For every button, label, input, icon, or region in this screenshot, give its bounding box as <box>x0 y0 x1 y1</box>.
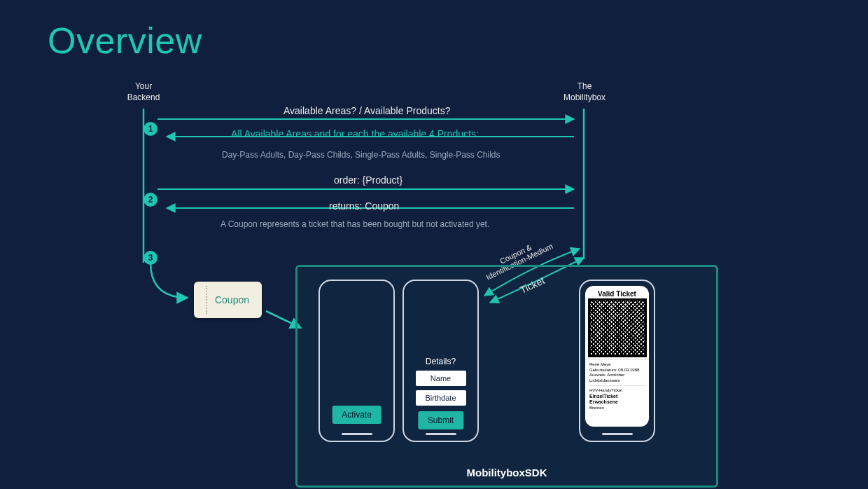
actor-right-label: The Mobilitybox <box>553 81 616 103</box>
step-badge-1: 1 <box>144 122 158 136</box>
phone-activate: Activate <box>318 280 395 442</box>
ticket-product-line: HVV-HandyTicket <box>589 385 645 394</box>
ticket-aux: Ausweis: Amtlicher Lichtbildausweis <box>589 373 645 383</box>
name-field[interactable]: Name <box>416 371 466 386</box>
page-title: Overview <box>48 20 202 62</box>
actor-left-label: Your Backend <box>119 81 168 103</box>
msg-available-a: All Available Areas and for each the ava… <box>231 128 479 139</box>
ticket-holder-name: René Meye <box>589 362 645 368</box>
msg-available-sub: Day-Pass Adults, Day-Pass Childs, Single… <box>222 150 500 160</box>
sdk-title: MobilityboxSDK <box>298 467 716 478</box>
submit-button[interactable]: Submit <box>418 411 463 429</box>
msg-order: order: {Product} <box>334 174 402 186</box>
step-badge-3: 3 <box>144 251 158 265</box>
sdk-container: Activate Details? Name Birthdate Submit … <box>295 265 718 488</box>
coupon-card: Coupon <box>194 282 262 318</box>
ticket-area: Bremen <box>589 406 645 411</box>
ticket-product: EinzelTicket Erwachsene <box>589 394 618 405</box>
birthdate-field[interactable]: Birthdate <box>416 390 466 406</box>
step-badge-2: 2 <box>144 193 158 207</box>
msg-returns: returns: Coupon <box>329 200 399 212</box>
qr-code-icon <box>590 301 645 355</box>
activate-button[interactable]: Activate <box>332 406 382 424</box>
msg-returns-sub: A Coupon represents a ticket that has be… <box>220 219 489 229</box>
ticket-title: Valid Ticket <box>585 290 649 298</box>
details-heading: Details? <box>404 357 477 366</box>
phone-ticket: Valid Ticket René Meye Geburtsdatum: 08.… <box>579 280 655 442</box>
ticket-card: Valid Ticket René Meye Geburtsdatum: 08.… <box>585 286 649 427</box>
msg-available-q: Available Areas? / Available Products? <box>284 105 450 116</box>
ticket-dob: Geburtsdatum: 08.03.1988 <box>589 368 645 373</box>
phone-details: Details? Name Birthdate Submit <box>402 280 479 442</box>
